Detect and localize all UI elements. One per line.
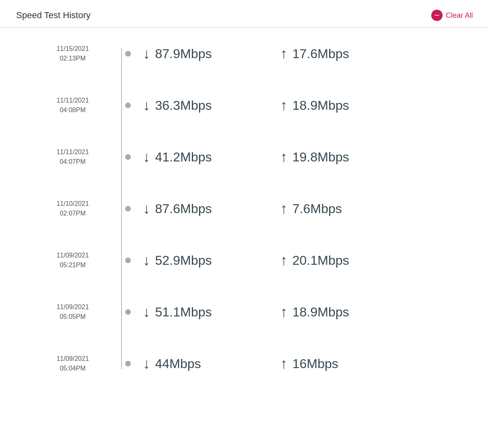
upload-block: ↑ 16Mbps bbox=[280, 356, 385, 371]
upload-value: 20.1Mbps bbox=[292, 253, 349, 268]
download-block: ↓ 87.6Mbps bbox=[143, 201, 248, 216]
item-date: 11/09/202105:04PM bbox=[32, 354, 113, 373]
item-date: 11/09/202105:21PM bbox=[32, 251, 113, 270]
list-item: 11/09/202105:21PM ↓ 52.9Mbps ↑ 20.1Mbps bbox=[32, 251, 473, 270]
timeline-dot bbox=[125, 51, 131, 57]
item-speeds: ↓ 87.9Mbps ↑ 17.6Mbps bbox=[143, 46, 473, 61]
download-block: ↓ 51.1Mbps bbox=[143, 305, 248, 320]
item-speeds: ↓ 36.3Mbps ↑ 18.9Mbps bbox=[143, 98, 473, 113]
timeline-dot bbox=[125, 154, 131, 160]
item-date: 11/09/202105:05PM bbox=[32, 302, 113, 322]
upload-value: 17.6Mbps bbox=[292, 46, 349, 61]
upload-block: ↑ 20.1Mbps bbox=[280, 253, 385, 268]
download-value: 87.9Mbps bbox=[155, 46, 212, 61]
list-item: 11/11/202104:08PM ↓ 36.3Mbps ↑ 18.9Mbps bbox=[32, 96, 473, 115]
item-speeds: ↓ 87.6Mbps ↑ 7.6Mbps bbox=[143, 201, 473, 216]
item-speeds: ↓ 41.2Mbps ↑ 19.8Mbps bbox=[143, 150, 473, 165]
item-date: 11/11/202104:07PM bbox=[32, 147, 113, 167]
upload-arrow-icon: ↑ bbox=[280, 150, 288, 164]
upload-value: 7.6Mbps bbox=[292, 201, 342, 216]
upload-value: 18.9Mbps bbox=[292, 305, 349, 320]
list-item: 11/09/202105:04PM ↓ 44Mbps ↑ 16Mbps bbox=[32, 354, 473, 373]
upload-value: 18.9Mbps bbox=[292, 98, 349, 113]
item-date: 11/15/202102:13PM bbox=[32, 44, 113, 63]
item-speeds: ↓ 51.1Mbps ↑ 18.9Mbps bbox=[143, 305, 473, 320]
page-title: Speed Test History bbox=[16, 10, 90, 21]
download-block: ↓ 36.3Mbps bbox=[143, 98, 248, 113]
upload-arrow-icon: ↑ bbox=[280, 201, 288, 216]
upload-arrow-icon: ↑ bbox=[280, 98, 288, 113]
download-arrow-icon: ↓ bbox=[143, 201, 150, 216]
item-date: 11/11/202104:08PM bbox=[32, 96, 113, 115]
timeline-dot bbox=[125, 361, 131, 366]
upload-value: 19.8Mbps bbox=[292, 150, 349, 165]
download-arrow-icon: ↓ bbox=[143, 150, 150, 164]
item-speeds: ↓ 44Mbps ↑ 16Mbps bbox=[143, 356, 473, 371]
download-arrow-icon: ↓ bbox=[143, 253, 150, 268]
item-date: 11/10/202102:07PM bbox=[32, 199, 113, 218]
download-arrow-icon: ↓ bbox=[143, 98, 150, 113]
upload-block: ↑ 19.8Mbps bbox=[280, 150, 385, 165]
timeline-dot bbox=[125, 257, 131, 263]
clear-all-button[interactable]: Clear All bbox=[431, 10, 473, 21]
clear-all-icon bbox=[431, 10, 443, 21]
download-value: 41.2Mbps bbox=[155, 150, 212, 165]
download-block: ↓ 52.9Mbps bbox=[143, 253, 248, 268]
download-arrow-icon: ↓ bbox=[143, 46, 150, 61]
list-item: 11/15/202102:13PM ↓ 87.9Mbps ↑ 17.6Mbps bbox=[32, 44, 473, 63]
timeline-dot bbox=[125, 309, 131, 315]
upload-block: ↑ 18.9Mbps bbox=[280, 98, 385, 113]
upload-block: ↑ 17.6Mbps bbox=[280, 46, 385, 61]
timeline: 11/15/202102:13PM ↓ 87.9Mbps ↑ 17.6Mbps … bbox=[32, 44, 473, 373]
download-arrow-icon: ↓ bbox=[143, 305, 150, 319]
list-item: 11/10/202102:07PM ↓ 87.6Mbps ↑ 7.6Mbps bbox=[32, 199, 473, 218]
download-value: 51.1Mbps bbox=[155, 305, 212, 320]
download-value: 36.3Mbps bbox=[155, 98, 212, 113]
upload-arrow-icon: ↑ bbox=[280, 46, 288, 61]
upload-arrow-icon: ↑ bbox=[280, 356, 288, 371]
download-block: ↓ 41.2Mbps bbox=[143, 150, 248, 165]
timeline-dot bbox=[125, 206, 131, 211]
list-item: 11/09/202105:05PM ↓ 51.1Mbps ↑ 18.9Mbps bbox=[32, 302, 473, 322]
timeline-dot bbox=[125, 103, 131, 108]
download-block: ↓ 87.9Mbps bbox=[143, 46, 248, 61]
upload-arrow-icon: ↑ bbox=[280, 253, 288, 268]
download-block: ↓ 44Mbps bbox=[143, 356, 248, 371]
download-value: 87.6Mbps bbox=[155, 201, 212, 216]
upload-block: ↑ 18.9Mbps bbox=[280, 305, 385, 320]
upload-value: 16Mbps bbox=[292, 356, 338, 371]
item-speeds: ↓ 52.9Mbps ↑ 20.1Mbps bbox=[143, 253, 473, 268]
page-header: Speed Test History Clear All bbox=[0, 0, 489, 28]
content-area: 11/15/202102:13PM ↓ 87.9Mbps ↑ 17.6Mbps … bbox=[0, 28, 489, 389]
upload-arrow-icon: ↑ bbox=[280, 305, 288, 319]
clear-all-label: Clear All bbox=[446, 11, 473, 20]
download-value: 52.9Mbps bbox=[155, 253, 212, 268]
download-value: 44Mbps bbox=[155, 356, 201, 371]
download-arrow-icon: ↓ bbox=[143, 356, 150, 371]
list-item: 11/11/202104:07PM ↓ 41.2Mbps ↑ 19.8Mbps bbox=[32, 147, 473, 167]
upload-block: ↑ 7.6Mbps bbox=[280, 201, 385, 216]
